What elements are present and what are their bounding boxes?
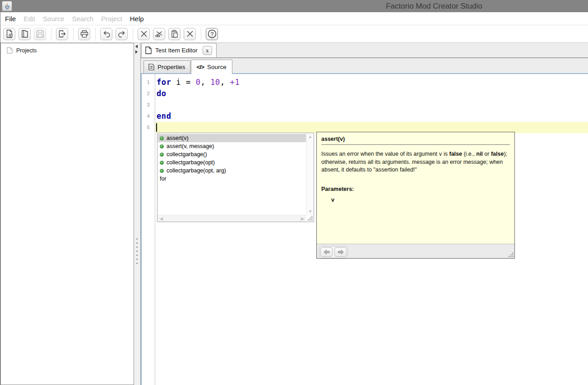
vertical-scrollbar[interactable]: ▲ ▼ [306, 133, 314, 215]
function-bullet-icon [160, 136, 164, 140]
scroll-up-icon[interactable]: ▲ [308, 134, 313, 139]
help-button[interactable]: ? [206, 28, 218, 40]
open-button[interactable] [19, 28, 31, 40]
line-number: 4 [142, 111, 155, 122]
code-line-3 [155, 99, 588, 111]
text-caret [156, 123, 157, 132]
autocomplete-item[interactable]: assert(v, message) [158, 142, 306, 150]
code-brackets-icon: </> [197, 64, 204, 70]
new-file-icon [5, 29, 14, 38]
resize-grip[interactable] [308, 216, 313, 221]
menu-help[interactable]: Help [130, 15, 144, 23]
menu-bar: File Edit Source Search Project Help [0, 12, 588, 25]
x-icon [139, 29, 148, 38]
tab-close-button[interactable]: x [203, 46, 212, 55]
tab-label: Properties [157, 64, 185, 70]
undo-icon [102, 29, 111, 38]
scroll-right-icon[interactable]: ▶ [301, 216, 305, 221]
clipboard-icon [170, 29, 179, 38]
function-bullet-icon [160, 169, 164, 173]
tab-properties[interactable]: Properties [144, 60, 190, 73]
arrow-right-icon [338, 250, 344, 255]
toolbar-separator [95, 28, 96, 41]
app-system-menu-button[interactable] [2, 1, 12, 11]
line-number: 2 [142, 88, 155, 99]
delete-button[interactable] [138, 28, 150, 40]
tab-label: Source [207, 64, 227, 70]
toolbar-separator [51, 28, 51, 41]
menu-project: Project [101, 15, 122, 23]
function-bullet-icon [160, 153, 164, 157]
properties-icon [148, 64, 154, 70]
function-bullet-icon [160, 161, 164, 165]
toolbar-separator [201, 28, 201, 41]
document-icon [145, 46, 152, 54]
line-number: 5 [142, 122, 155, 133]
code-line-4: end [155, 111, 588, 122]
autocomplete-item[interactable]: assert(v) [158, 134, 306, 142]
export-button[interactable] [56, 28, 68, 40]
view-tab-bar: Properties </> Source [141, 58, 588, 73]
toolbar-separator [73, 28, 74, 41]
redo-icon [117, 29, 126, 38]
code-line-2: do [155, 88, 588, 99]
doc-navigation-bar [317, 244, 514, 258]
expand-right-icon[interactable] [135, 50, 138, 54]
toolbar: ? [0, 25, 588, 43]
scroll-left-icon[interactable]: ◀ [159, 216, 163, 221]
autocomplete-item[interactable]: for [158, 175, 306, 183]
line-number: 3 [142, 99, 155, 111]
title-bar: Factorio Mod Creator Studio [0, 0, 588, 12]
close-button[interactable] [184, 28, 196, 40]
cut-button[interactable] [153, 28, 165, 40]
export-icon [58, 29, 67, 38]
tab-label: Test Item Editor [155, 47, 198, 54]
help-icon: ? [207, 29, 217, 39]
line-number-gutter: 1 2 3 4 5 [142, 74, 155, 385]
function-bullet-icon [160, 144, 164, 148]
app-window: Factorio Mod Creator Studio File Edit So… [0, 0, 588, 385]
autocomplete-list: assert(v) assert(v, message) collectgarb… [158, 134, 306, 214]
paste-button[interactable] [168, 28, 181, 40]
redo-button[interactable] [116, 28, 128, 40]
code-line-1: for i = 0, 10, +1 [155, 77, 588, 88]
autocomplete-item[interactable]: collectgarbage(opt) [158, 158, 306, 167]
resize-grip[interactable] [509, 252, 514, 257]
tab-source[interactable]: </> Source [191, 60, 232, 74]
splitter-grip[interactable] [136, 238, 138, 267]
svg-text:?: ? [210, 31, 213, 37]
tab-test-item-editor[interactable]: Test Item Editor x [141, 43, 217, 57]
save-button [34, 28, 46, 40]
horizontal-scrollbar[interactable]: ◀ ▶ [157, 215, 306, 222]
doc-back-button[interactable] [320, 247, 333, 257]
new-file-button[interactable] [3, 28, 15, 40]
documentation-popup: assert(v) Issues an error when the value… [316, 132, 515, 259]
autocomplete-popup: assert(v) assert(v, message) collectgarb… [157, 133, 314, 222]
doc-title: assert(v) [321, 136, 510, 145]
window-title: Factorio Mod Creator Studio [278, 2, 588, 11]
save-icon [36, 29, 45, 38]
collapse-left-icon[interactable] [135, 45, 138, 48]
projects-root-node[interactable]: Projects [1, 43, 134, 54]
toolbar-separator [133, 28, 133, 41]
split-pane-divider[interactable] [134, 43, 140, 385]
line-number: 1 [142, 77, 155, 88]
menu-edit: Edit [23, 15, 35, 23]
scissors-icon [155, 29, 164, 38]
projects-panel: Projects [0, 43, 134, 385]
doc-body: Issues an error when the value of its ar… [321, 150, 510, 174]
menu-file[interactable]: File [5, 15, 16, 23]
autocomplete-item[interactable]: collectgarbage() [158, 150, 306, 158]
autocomplete-item[interactable]: collectgarbage(opt, arg) [158, 167, 306, 175]
undo-button[interactable] [100, 28, 112, 40]
print-button[interactable] [78, 28, 90, 40]
scroll-down-icon[interactable]: ▼ [308, 209, 313, 214]
doc-parameters-label: Parameters: [321, 186, 510, 192]
document-tab-bar: Test Item Editor x [141, 43, 588, 58]
print-icon [80, 29, 89, 38]
doc-nav-group [319, 246, 348, 258]
doc-forward-button[interactable] [334, 247, 347, 257]
open-folder-icon [20, 29, 29, 38]
project-file-icon [7, 47, 13, 54]
menu-source: Source [43, 15, 65, 23]
